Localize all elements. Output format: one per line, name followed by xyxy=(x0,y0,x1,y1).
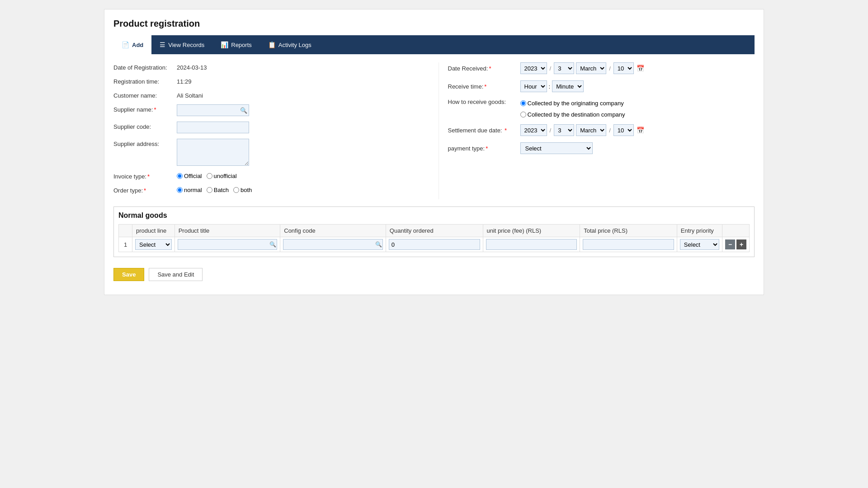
supplier-name-input[interactable] xyxy=(177,104,249,116)
product-line-cell: Select Line A Line B xyxy=(132,237,175,252)
date-of-registration-value: 2024-03-13 xyxy=(177,62,207,71)
col-actions xyxy=(722,225,750,237)
col-quantity-ordered: Quantity ordered xyxy=(386,225,483,237)
order-both-option[interactable]: both xyxy=(233,187,252,193)
supplier-code-label: Supplier code: xyxy=(113,122,177,130)
customer-name-value: Ali Soltani xyxy=(177,90,203,99)
save-button[interactable]: Save xyxy=(113,268,144,281)
remove-row-button[interactable]: − xyxy=(725,239,735,249)
receive-option2[interactable]: Collected by the destination company xyxy=(520,111,625,118)
supplier-address-textarea[interactable] xyxy=(177,139,249,166)
settlement-calendar-icon[interactable]: 📅 xyxy=(637,127,644,134)
registration-time-label: Registration time: xyxy=(113,76,177,85)
customer-name-label: Customer name: xyxy=(113,90,177,99)
row-actions-cell: − + xyxy=(722,237,750,252)
how-to-receive-group: Collected by the originating company Col… xyxy=(520,99,701,118)
supplier-name-search-button[interactable]: 🔍 xyxy=(239,107,248,114)
col-product-title: Product title xyxy=(175,225,280,237)
unit-price-input[interactable] xyxy=(486,239,577,250)
receive-originating-radio[interactable] xyxy=(520,100,526,106)
reports-icon: 📊 xyxy=(221,41,228,48)
config-code-input[interactable] xyxy=(283,239,383,250)
invoice-type-group: Official unofficial xyxy=(177,171,237,179)
payment-type-select[interactable]: Select xyxy=(520,142,593,154)
order-batch-radio[interactable] xyxy=(207,187,212,193)
date-received-calendar-icon[interactable]: 📅 xyxy=(637,65,644,72)
nav-reports[interactable]: 📊 Reports xyxy=(212,35,260,54)
page-title: Product registration xyxy=(113,19,755,29)
settlement-year-select[interactable]: 20232024 xyxy=(520,124,547,136)
total-price-input[interactable] xyxy=(583,239,674,250)
product-title-search-button[interactable]: 🔍 xyxy=(269,241,276,248)
order-type-label: Order type: xyxy=(113,185,177,194)
product-line-select[interactable]: Select Line A Line B xyxy=(135,239,172,250)
settlement-month-select[interactable]: MarchApril xyxy=(576,124,606,136)
invoice-official-radio[interactable] xyxy=(177,173,183,179)
date-received-group: 20232024 / 310 MarchApril / 1011 📅 xyxy=(520,62,644,74)
quantity-ordered-cell xyxy=(386,237,483,252)
order-batch-option[interactable]: Batch xyxy=(207,187,229,193)
date-of-registration-label: Date of Registration: xyxy=(113,62,177,71)
order-normal-radio[interactable] xyxy=(177,187,183,193)
registration-time-value: 11:29 xyxy=(177,76,192,85)
invoice-unofficial-radio[interactable] xyxy=(207,173,212,179)
invoice-official-option[interactable]: Official xyxy=(177,173,202,179)
supplier-name-row: Supplier name: 🔍 xyxy=(113,104,420,116)
save-and-edit-button[interactable]: Save and Edit xyxy=(149,268,203,281)
receive-option1[interactable]: Collected by the originating company xyxy=(520,100,624,107)
col-num xyxy=(119,225,132,237)
form-right: Date Received: 20232024 / 310 MarchApril… xyxy=(439,62,755,199)
receive-time-row: Receive time: Hour123 : Minute001530 xyxy=(448,80,755,92)
form-section: Date of Registration: 2024-03-13 Registr… xyxy=(113,62,755,199)
activity-logs-icon: 📋 xyxy=(268,41,276,48)
settlement-row: Settlement due date: 20232024 / 310 Marc… xyxy=(448,124,755,136)
date-of-registration-row: Date of Registration: 2024-03-13 xyxy=(113,62,420,71)
settlement-day2-select[interactable]: 1011 xyxy=(613,124,634,136)
nav-activity-logs[interactable]: 📋 Activity Logs xyxy=(260,35,320,54)
row-actions: − + xyxy=(725,239,746,249)
bottom-actions: Save Save and Edit xyxy=(113,266,755,281)
goods-table-body: 1 Select Line A Line B 🔍 xyxy=(119,237,750,252)
entry-priority-select[interactable]: Select High Medium Low xyxy=(680,239,719,250)
nav-bar: 📄 Add ☰ View Records 📊 Reports 📋 Activit… xyxy=(113,35,755,54)
date-received-year-select[interactable]: 20232024 xyxy=(520,62,547,74)
invoice-type-row: Invoice type: Official unofficial xyxy=(113,171,420,180)
nav-add[interactable]: 📄 Add xyxy=(113,35,151,54)
quantity-ordered-input[interactable] xyxy=(389,239,480,250)
form-left: Date of Registration: 2024-03-13 Registr… xyxy=(113,62,439,199)
supplier-address-label: Supplier address: xyxy=(113,139,177,147)
receive-minute-select[interactable]: Minute001530 xyxy=(552,80,584,92)
date-received-month-select[interactable]: MarchApril xyxy=(576,62,606,74)
date-received-day2-select[interactable]: 1011 xyxy=(613,62,634,74)
receive-hour-select[interactable]: Hour123 xyxy=(520,80,547,92)
time-colon: : xyxy=(549,83,551,90)
col-total-price: Total price (RLS) xyxy=(580,225,677,237)
order-both-radio[interactable] xyxy=(233,187,239,193)
settlement-day-select[interactable]: 310 xyxy=(554,124,574,136)
receive-time-label: Receive time: xyxy=(448,83,520,90)
product-title-input[interactable] xyxy=(178,239,278,250)
goods-table: product line Product title Config code Q… xyxy=(118,224,750,252)
goods-header-row: product line Product title Config code Q… xyxy=(119,225,750,237)
order-normal-option[interactable]: normal xyxy=(177,187,202,193)
invoice-unofficial-option[interactable]: unofficial xyxy=(207,173,237,179)
add-icon: 📄 xyxy=(122,41,129,48)
config-code-search-button[interactable]: 🔍 xyxy=(375,241,382,248)
col-unit-price: unit price (fee) (RLS) xyxy=(483,225,580,237)
col-config-code: Config code xyxy=(280,225,386,237)
total-price-cell xyxy=(580,237,677,252)
unit-price-cell xyxy=(483,237,580,252)
receive-destination-radio[interactable] xyxy=(520,112,526,117)
payment-type-row: payment type: Select xyxy=(448,142,755,154)
add-row-button[interactable]: + xyxy=(736,239,746,249)
date-received-day-select[interactable]: 310 xyxy=(554,62,574,74)
product-title-cell: 🔍 xyxy=(175,237,280,252)
settlement-group: 20232024 / 310 MarchApril / 1011 📅 xyxy=(520,124,644,136)
date-slash1: / xyxy=(549,65,552,72)
settlement-label: Settlement due date: xyxy=(448,127,520,134)
supplier-code-row: Supplier code: xyxy=(113,122,420,133)
payment-type-label: payment type: xyxy=(448,145,520,152)
invoice-type-label: Invoice type: xyxy=(113,171,177,180)
supplier-code-input[interactable] xyxy=(177,122,249,133)
nav-view-records[interactable]: ☰ View Records xyxy=(151,35,212,54)
